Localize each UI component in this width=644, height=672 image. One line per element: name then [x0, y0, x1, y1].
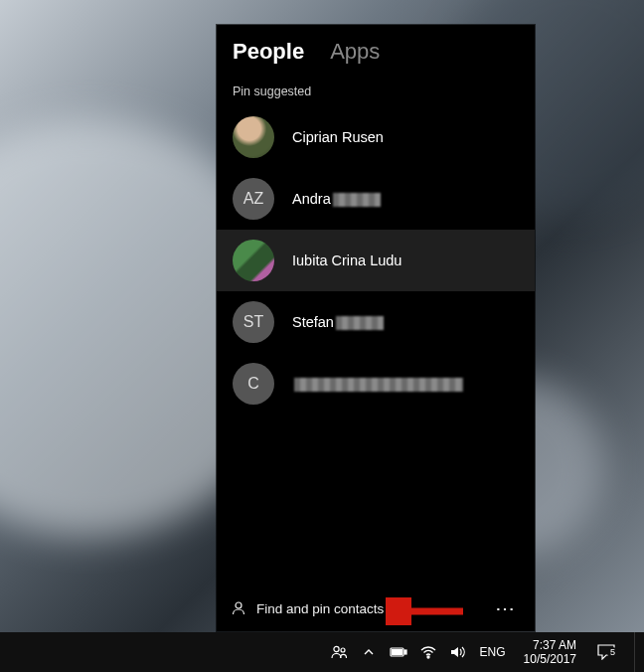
contact-name: Stefan	[292, 314, 384, 330]
action-center-button[interactable]: 5	[592, 644, 620, 660]
taskbar: ENG 7:37 AM 10/5/2017 5	[0, 632, 644, 672]
contact-row[interactable]: Ciprian Rusen	[217, 106, 535, 168]
contact-name: Iubita Crina Ludu	[292, 252, 402, 268]
tab-people[interactable]: People	[233, 39, 304, 65]
contact-name	[292, 376, 463, 392]
svg-rect-5	[404, 650, 406, 654]
more-options-button[interactable]: ⋯	[491, 596, 521, 620]
clock[interactable]: 7:37 AM 10/5/2017	[518, 638, 582, 666]
contact-row[interactable]: AZ Andra	[217, 168, 535, 230]
panel-spacer	[217, 415, 535, 586]
contact-row[interactable]: C	[217, 353, 535, 415]
show-desktop-button[interactable]	[634, 632, 640, 672]
svg-point-7	[427, 656, 429, 658]
avatar: ST	[233, 301, 274, 343]
clock-time: 7:37 AM	[533, 638, 576, 652]
svg-point-0	[236, 602, 242, 608]
tray-overflow-chevron-icon[interactable]	[359, 642, 379, 662]
avatar	[233, 116, 274, 158]
action-center-badge: 5	[607, 647, 618, 658]
contact-row[interactable]: ST Stefan	[217, 291, 535, 353]
tab-bar: People Apps	[217, 25, 535, 75]
clock-date: 10/5/2017	[524, 652, 576, 666]
person-icon	[231, 600, 246, 616]
battery-icon[interactable]	[389, 642, 408, 662]
contact-name: Andra	[292, 191, 381, 207]
avatar: C	[233, 363, 274, 405]
system-tray: ENG 7:37 AM 10/5/2017 5	[329, 632, 640, 672]
wifi-icon[interactable]	[418, 642, 438, 662]
redacted-text	[294, 378, 463, 392]
language-indicator[interactable]: ENG	[478, 645, 508, 659]
contact-name: Ciprian Rusen	[292, 129, 384, 145]
section-label: Pin suggested	[217, 75, 535, 106]
svg-point-2	[333, 646, 338, 651]
avatar	[233, 240, 274, 281]
find-and-pin-contacts-button[interactable]: Find and pin contacts	[231, 600, 384, 616]
people-flyout: People Apps Pin suggested Ciprian Rusen …	[217, 25, 535, 631]
find-and-pin-contacts-label: Find and pin contacts	[256, 601, 384, 616]
tab-apps[interactable]: Apps	[330, 39, 380, 65]
redacted-text	[336, 316, 384, 330]
suggested-contacts-list: Ciprian Rusen AZ Andra Iubita Crina Ludu…	[217, 106, 535, 415]
people-taskbar-button[interactable]	[329, 642, 349, 662]
volume-icon[interactable]	[448, 642, 468, 662]
avatar: AZ	[233, 178, 274, 220]
svg-rect-6	[392, 650, 402, 655]
redacted-text	[333, 193, 381, 207]
contact-row[interactable]: Iubita Crina Ludu	[217, 230, 535, 291]
svg-point-3	[341, 648, 345, 652]
panel-footer: Find and pin contacts ⋯	[217, 586, 535, 631]
